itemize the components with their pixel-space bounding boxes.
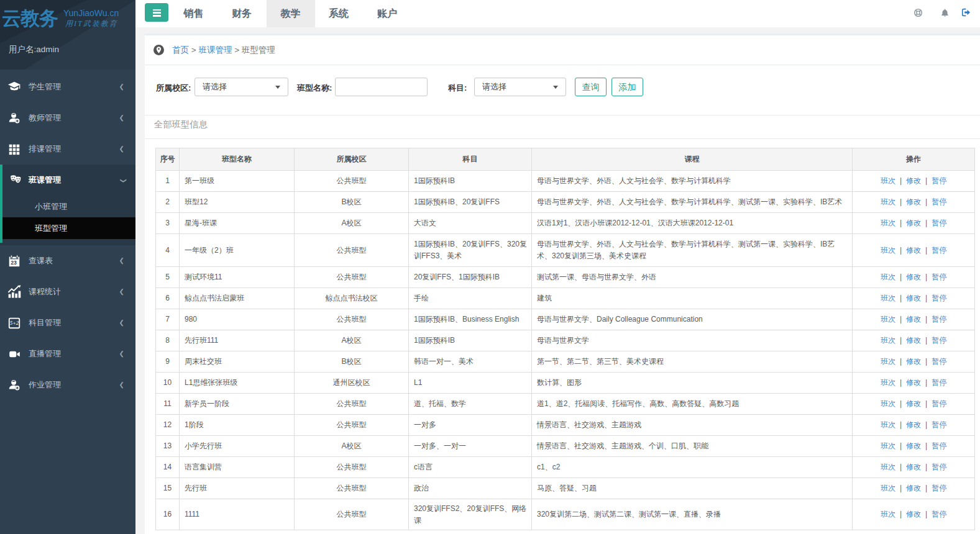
svg-text:5+2: 5+2 bbox=[10, 320, 19, 326]
svg-text:23: 23 bbox=[11, 260, 17, 266]
